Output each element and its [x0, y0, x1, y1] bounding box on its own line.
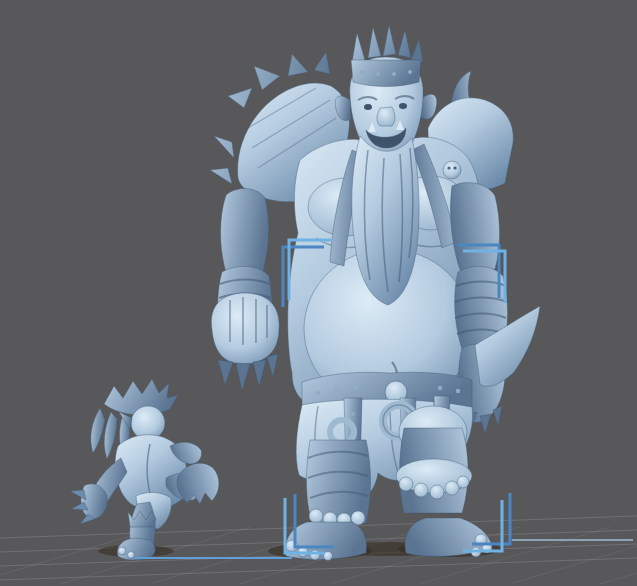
ankle-bead [457, 476, 469, 488]
crown-stud [408, 70, 412, 74]
skull-eye [447, 166, 450, 169]
ogre-eye [399, 103, 407, 109]
goblin-toe [128, 552, 135, 559]
belt-stud [456, 389, 460, 393]
viewport-3d[interactable] [0, 0, 637, 586]
crown-stud [376, 72, 380, 76]
crown-stud [360, 70, 364, 74]
belt-stud [334, 388, 338, 392]
goblin-toe [118, 547, 126, 555]
crown-stud [392, 72, 396, 76]
goblin-right-boot [177, 463, 219, 504]
belt-stud [354, 386, 358, 390]
strap-stud [351, 412, 355, 416]
ankle-bead [414, 483, 428, 497]
belt-stud [316, 391, 320, 395]
ogre-left-upper-arm [221, 189, 269, 279]
skull-eye [453, 166, 456, 169]
ankle-bead [309, 509, 323, 523]
ankle-bead [430, 485, 444, 499]
ogre-eye [364, 104, 372, 110]
belt-stud [438, 386, 442, 390]
ogre-skull-ornament [443, 161, 461, 179]
ogre-nose [377, 107, 395, 126]
ankle-bead [399, 477, 413, 491]
ogre-left-fist [211, 293, 279, 364]
ogre-right-upper-arm [450, 183, 499, 275]
